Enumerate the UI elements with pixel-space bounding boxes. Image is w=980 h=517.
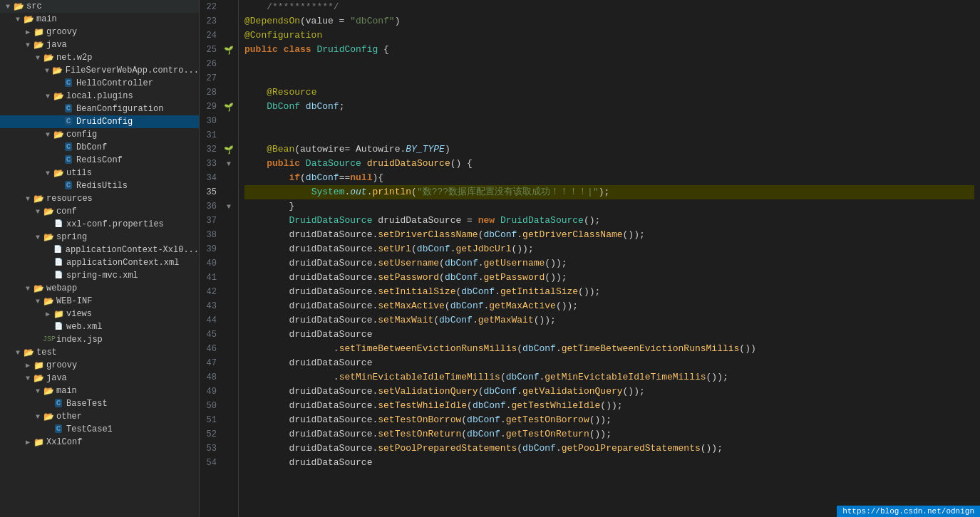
line-number-53: 53 xyxy=(200,442,221,456)
sidebar-item-utils[interactable]: ▼📂utils xyxy=(0,167,199,179)
sidebar-item-other[interactable]: ▼📂other xyxy=(0,410,199,423)
fold-icon[interactable]: ▼ xyxy=(227,203,231,211)
line-number-43: 43 xyxy=(200,299,221,313)
sidebar-item-conf[interactable]: ▼📂conf xyxy=(0,205,199,218)
sidebar-item-HelloController[interactable]: CHelloController xyxy=(0,77,199,90)
sidebar-item-java[interactable]: ▼📂java xyxy=(0,38,199,51)
tree-label-test: test xyxy=(36,348,57,357)
tree-label-HelloController: HelloController xyxy=(76,78,153,88)
tree-arrow-other[interactable]: ▼ xyxy=(33,413,43,421)
sidebar-item-XxlConf[interactable]: ▶📁XxlConf xyxy=(0,436,199,449)
sidebar-item-xxl-conf.properties[interactable]: 📄xxl-conf.properties xyxy=(0,218,199,231)
sidebar-item-src[interactable]: ▼📂src xyxy=(0,0,199,13)
line-row-28: 28 xyxy=(200,85,238,100)
sidebar-item-local.plugins[interactable]: ▼📂local.plugins xyxy=(0,90,199,103)
code-line-43: druidDataSource.setMaxActive(dbConf.getM… xyxy=(244,299,974,313)
line-number-32: 32 xyxy=(200,142,221,157)
file-icon-main2: 📂 xyxy=(43,386,54,396)
code-line-32: @Bean(autowire= Autowire.BY_TYPE) xyxy=(244,142,974,157)
gutter-29: 🌱 xyxy=(221,103,237,112)
tree-arrow-WEB-INF[interactable]: ▼ xyxy=(33,298,43,306)
line-number-26: 26 xyxy=(200,57,221,71)
file-icon-WEB-INF: 📂 xyxy=(43,296,54,306)
status-bar: https://blog.csdn.net/odnign xyxy=(837,506,980,517)
code-line-46: .setTimeBetweenEvictionRunsMillis(dbConf… xyxy=(244,342,974,356)
tree-arrow-config[interactable]: ▼ xyxy=(43,131,53,139)
sidebar-item-applicationContext.xml[interactable]: 📄applicationContext.xml xyxy=(0,256,199,269)
tree-arrow-utils[interactable]: ▼ xyxy=(43,169,53,177)
line-row-31: 31 xyxy=(200,128,238,142)
file-icon-resources: 📂 xyxy=(33,194,44,204)
sidebar-item-resources[interactable]: ▼📂resources xyxy=(0,192,199,205)
sidebar-item-RedisConf[interactable]: CRedisConf xyxy=(0,154,199,167)
sidebar-item-webapp[interactable]: ▼📂webapp xyxy=(0,282,199,295)
tree-arrow-src[interactable]: ▼ xyxy=(3,3,13,11)
tree-label-XxlConf: XxlConf xyxy=(46,437,82,447)
tree-arrow-groovy2[interactable]: ▶ xyxy=(23,361,33,370)
tree-label-applicationContext-Xxl0: applicationContext-Xxl0... xyxy=(66,245,199,255)
file-icon-BaseTest: C xyxy=(53,399,64,409)
tree-label-applicationContext.xml: applicationContext.xml xyxy=(66,258,179,268)
code-line-36: } xyxy=(244,199,974,214)
code-line-34: if(dbConf==null){ xyxy=(244,171,974,185)
tree-arrow-FileServerWebApp.contro[interactable]: ▼ xyxy=(42,67,52,75)
sidebar-item-WEB-INF[interactable]: ▼📂WEB-INF xyxy=(0,295,199,308)
tree-arrow-XxlConf[interactable]: ▶ xyxy=(23,438,33,446)
sidebar-item-net.w2p[interactable]: ▼📂net.w2p xyxy=(0,51,199,64)
sidebar-item-spring-mvc.xml[interactable]: 📄spring-mvc.xml xyxy=(0,269,199,282)
line-row-47: 47 xyxy=(200,356,238,370)
sidebar-item-groovy2[interactable]: ▶📁groovy xyxy=(0,359,199,372)
tree-arrow-groovy[interactable]: ▶ xyxy=(23,28,33,36)
tree-arrow-java2[interactable]: ▼ xyxy=(23,375,33,382)
tree-arrow-java[interactable]: ▼ xyxy=(23,41,33,49)
sidebar-item-config[interactable]: ▼📂config xyxy=(0,128,199,141)
file-icon-RedisUtils: C xyxy=(63,181,74,191)
line-row-52: 52 xyxy=(200,427,238,442)
fold-icon[interactable]: ▼ xyxy=(227,160,231,168)
bean-icon: 🌱 xyxy=(224,145,234,155)
tree-arrow-main2[interactable]: ▼ xyxy=(33,387,43,395)
sidebar-item-DbConf[interactable]: CDbConf xyxy=(0,141,199,154)
sidebar-item-spring[interactable]: ▼📂spring xyxy=(0,231,199,244)
tree-label-xxl-conf.properties: xxl-conf.properties xyxy=(66,219,164,229)
tree-arrow-conf[interactable]: ▼ xyxy=(33,208,43,216)
tree-arrow-net.w2p[interactable]: ▼ xyxy=(33,54,43,62)
file-icon-spring-mvc.xml: 📄 xyxy=(53,271,64,281)
sidebar-item-FileServerWebApp.contro[interactable]: ▼📂FileServerWebApp.contro... xyxy=(0,64,199,77)
sidebar-item-RedisUtils[interactable]: CRedisUtils xyxy=(0,179,199,192)
line-row-38: 38 xyxy=(200,228,238,242)
tree-arrow-views[interactable]: ▶ xyxy=(43,310,53,318)
sidebar-item-test[interactable]: ▼📂test xyxy=(0,346,199,359)
sidebar-item-web.xml[interactable]: 📄web.xml xyxy=(0,320,199,333)
sidebar-item-BeanConfiguration[interactable]: CBeanConfiguration xyxy=(0,103,199,115)
tree-arrow-webapp[interactable]: ▼ xyxy=(23,285,33,293)
tree-label-java2: java xyxy=(46,373,67,383)
sidebar-item-groovy[interactable]: ▶📁groovy xyxy=(0,26,199,38)
line-row-41: 41 xyxy=(200,271,238,285)
sidebar-item-BaseTest[interactable]: CBaseTest xyxy=(0,397,199,410)
sidebar-item-java2[interactable]: ▼📂java xyxy=(0,372,199,385)
code-line-52: druidDataSource.setTestOnReturn(dbConf.g… xyxy=(244,427,974,442)
sidebar-item-TestCase1[interactable]: CTestCase1 xyxy=(0,423,199,436)
line-number-40: 40 xyxy=(200,256,221,271)
tree-arrow-spring[interactable]: ▼ xyxy=(33,234,43,241)
sidebar-item-DruidConfig[interactable]: CDruidConfig xyxy=(0,115,199,128)
file-icon-applicationContext-Xxl0: 📄 xyxy=(52,245,63,255)
sidebar-item-applicationContext-Xxl0[interactable]: 📄applicationContext-Xxl0... xyxy=(0,244,199,256)
sidebar-item-index.jsp[interactable]: JSPindex.jsp xyxy=(0,333,199,346)
line-number-37: 37 xyxy=(200,214,221,228)
tree-arrow-resources[interactable]: ▼ xyxy=(23,195,33,203)
code-lines[interactable]: /***********/@DependsOn(value = "dbConf"… xyxy=(239,0,980,517)
line-row-51: 51 xyxy=(200,413,238,427)
tree-arrow-main[interactable]: ▼ xyxy=(13,16,23,24)
file-tree: ▼📂src▼📂main▶📁groovy▼📂java▼📂net.w2p▼📂File… xyxy=(0,0,200,517)
tree-arrow-local.plugins[interactable]: ▼ xyxy=(43,93,53,100)
sidebar-item-views[interactable]: ▶📁views xyxy=(0,308,199,320)
line-number-41: 41 xyxy=(200,271,221,285)
tree-arrow-test[interactable]: ▼ xyxy=(13,349,23,357)
line-row-50: 50 xyxy=(200,399,238,413)
line-row-26: 26 xyxy=(200,57,238,71)
sidebar-item-main2[interactable]: ▼📂main xyxy=(0,385,199,397)
sidebar-item-main[interactable]: ▼📂main xyxy=(0,13,199,26)
code-line-28: @Resource xyxy=(244,85,974,100)
